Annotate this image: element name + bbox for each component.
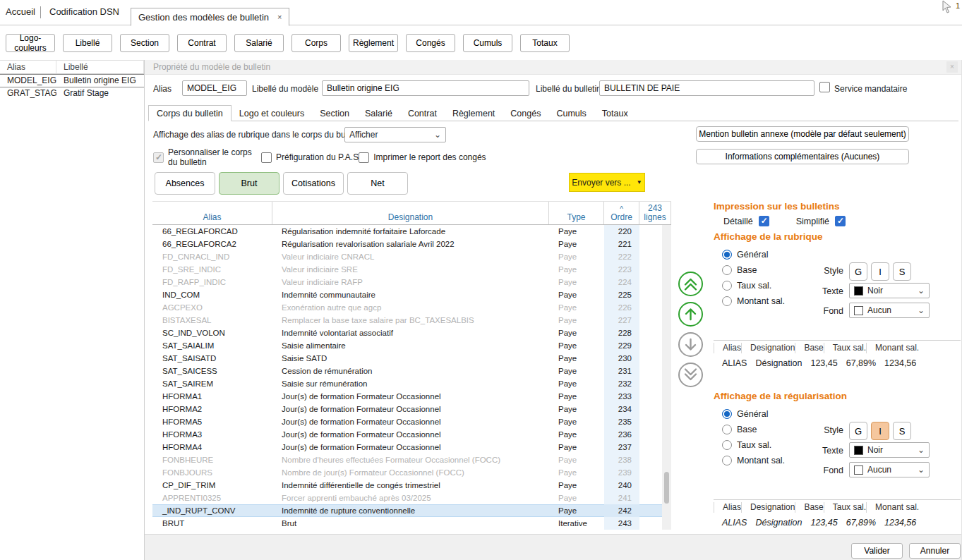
table-row[interactable]: 66_REGLAFORCA2 Régularisation revalorisa… — [152, 238, 662, 250]
alias-display-select[interactable]: Afficher ⌄ — [344, 127, 446, 142]
mention-annexe-button[interactable]: Mention bulletin annexe (modèle par défa… — [696, 126, 909, 142]
style-button[interactable]: S — [893, 262, 911, 281]
table-row[interactable]: SAT_SAIALIM Saisie alimentaire Paye 229 — [152, 339, 662, 352]
col-header-type[interactable]: Type — [549, 202, 604, 224]
move-top-button[interactable] — [678, 271, 704, 297]
table-row[interactable]: 66_REGLAFORCAD Régularisation indemnité … — [152, 225, 662, 238]
table-row[interactable]: HFORMA5 Jour(s) de formation Formateur O… — [152, 415, 662, 428]
table-scrollbar-thumb[interactable] — [664, 472, 669, 504]
table-row[interactable]: BRUT Brut Iterative 243 — [152, 517, 662, 530]
inner-tab[interactable]: Contrat — [400, 106, 445, 121]
inner-tabs: Corps du bulletinLogo et couleursSection… — [148, 105, 958, 121]
category-button[interactable]: Brut — [219, 172, 279, 195]
radio-button[interactable] — [722, 456, 732, 465]
inner-tab[interactable]: Section — [312, 106, 357, 121]
inner-tab[interactable]: Logo et couleurs — [232, 106, 312, 121]
style-button[interactable]: G — [849, 262, 867, 281]
service-mandataire-checkbox[interactable] — [819, 82, 830, 92]
radio-button[interactable] — [722, 281, 732, 291]
table-row[interactable]: FONBJOURS Nombre de jour(s) Formateur Oc… — [152, 466, 662, 479]
alias-input[interactable] — [182, 80, 247, 96]
move-up-button[interactable] — [678, 301, 704, 327]
toolbar-button[interactable]: Cumuls — [463, 34, 512, 52]
panel-close-icon[interactable]: × — [946, 61, 958, 73]
toolbar-button[interactable]: Logo-couleurs — [6, 34, 55, 52]
style-button[interactable]: I — [871, 262, 889, 281]
move-down-button[interactable] — [678, 331, 704, 358]
toolbar-button[interactable]: Règlement — [349, 34, 398, 52]
rubrique-texte-select[interactable]: Noir ⌄ — [849, 283, 930, 298]
table-row[interactable]: FD_CNRACL_IND Valeur indiciaire CNRACL P… — [152, 250, 662, 263]
category-button[interactable]: Cotisations — [283, 172, 344, 195]
close-tab-icon[interactable]: × — [277, 13, 282, 21]
annuler-button[interactable]: Annuler — [909, 543, 961, 559]
regularisation-fond-select[interactable]: Aucun ⌄ — [849, 462, 930, 477]
inner-tab[interactable]: Salarié — [357, 106, 400, 121]
toolbar-button[interactable]: Corps — [291, 34, 341, 52]
toolbar-button[interactable]: Congés — [406, 34, 455, 52]
libelle-modele-input[interactable] — [322, 80, 529, 96]
inner-tab[interactable]: Règlement — [445, 106, 503, 121]
move-bottom-button[interactable] — [678, 362, 704, 388]
impression-checkbox[interactable] — [759, 216, 769, 226]
table-row[interactable]: HFORMA3 Jour(s) de formation Formateur O… — [152, 428, 662, 441]
table-scrollbar[interactable] — [662, 225, 671, 530]
table-row[interactable]: AGCPEXO Exonération autre que agcp Paye … — [152, 301, 662, 314]
category-button[interactable]: Absences — [155, 172, 215, 195]
toolbar-button[interactable]: Salarié — [234, 34, 284, 52]
radio-button[interactable] — [722, 296, 732, 306]
table-row[interactable]: APPRENTI0325 Forcer apprenti embauché ap… — [152, 492, 662, 504]
toolbar-button[interactable]: Contrat — [177, 34, 227, 52]
radio-button[interactable] — [722, 409, 732, 419]
option-checkbox-item: Préfiguration du P.A.S — [261, 152, 359, 163]
table-row[interactable]: IND_COM Indemnité communautaire Paye 225 — [152, 288, 662, 301]
table-row[interactable]: BISTAXESAL Remplacer la base taxe salair… — [152, 314, 662, 327]
col-header-designation[interactable]: Designation — [272, 202, 549, 224]
col-header-ordre[interactable]: ^ Ordre — [604, 202, 639, 224]
table-row[interactable]: SAT_SAICESS Cession de rémunération Paye… — [152, 365, 662, 377]
inner-tab[interactable]: Cumuls — [548, 106, 594, 121]
option-checkbox[interactable] — [261, 152, 272, 163]
valider-button[interactable]: Valider — [851, 543, 903, 559]
model-list-row[interactable]: GRAT_STAGE Gratif Stage — [0, 87, 144, 100]
tab-accueil[interactable]: Accueil — [6, 6, 35, 17]
table-row[interactable]: HFORMA1 Jour(s) de formation Formateur O… — [152, 390, 662, 403]
table-row[interactable]: _IND_RUPT_CONV Indemnité de rupture conv… — [152, 504, 662, 517]
table-row[interactable]: HFORMA2 Jour(s) de formation Formateur O… — [152, 403, 662, 415]
model-list-row[interactable]: MODEL_EIG Bulletin origine EIG — [0, 74, 144, 87]
radio-button[interactable] — [722, 425, 732, 434]
table-row[interactable]: CP_DIF_TRIM Indemnité différentielle de … — [152, 479, 662, 492]
inner-tab[interactable]: Congés — [503, 106, 548, 121]
col-header-alias[interactable]: Alias — [152, 202, 272, 224]
style-button[interactable]: I — [871, 422, 889, 440]
tab-codification-dsn[interactable]: Codification DSN — [49, 6, 119, 17]
radio-button[interactable] — [722, 265, 732, 275]
toolbar-button[interactable]: Libellé — [63, 34, 112, 52]
inner-tab[interactable]: Totaux — [594, 106, 636, 121]
style-button[interactable]: S — [893, 422, 911, 440]
infos-complementaires-button[interactable]: Informations complémentaires (Aucunes) — [696, 149, 909, 164]
style-button[interactable]: G — [849, 422, 867, 440]
category-button[interactable]: Net — [347, 172, 408, 195]
rubrique-fond-select[interactable]: Aucun ⌄ — [849, 303, 930, 318]
table-row[interactable]: FD_SRE_INDIC Valeur indiciaire SRE Paye … — [152, 263, 662, 276]
envoyer-vers-button[interactable]: Envoyer vers ... ▼ — [569, 173, 645, 192]
table-row[interactable]: SC_IND_VOLON Indemnité volontariat assoc… — [152, 327, 662, 339]
impression-checkbox[interactable] — [835, 216, 846, 226]
radio-button[interactable] — [722, 440, 732, 450]
toolbar-button[interactable]: Totaux — [520, 34, 570, 52]
toolbar-button[interactable]: Section — [120, 34, 169, 52]
table-row[interactable]: SAT_SAISATD Saisie SATD Paye 230 — [152, 352, 662, 365]
libelle-bulletin-input[interactable] — [599, 80, 814, 96]
radio-label: Général — [737, 409, 768, 419]
table-row[interactable]: FD_RAFP_INDIC Valeur indiciaire RAFP Pay… — [152, 276, 662, 288]
regularisation-texte-select[interactable]: Noir ⌄ — [849, 442, 930, 458]
radio-button[interactable] — [722, 250, 732, 260]
option-checkbox[interactable] — [153, 152, 164, 163]
inner-tab[interactable]: Corps du bulletin — [148, 105, 232, 121]
table-row[interactable]: HFORMA4 Jour(s) de formation Formateur O… — [152, 441, 662, 454]
table-row[interactable]: FONBHEURE Nombre d'heures effectuées For… — [152, 454, 662, 466]
table-row[interactable]: SAT_SAIREM Saisie sur rémunération Paye … — [152, 377, 662, 390]
option-checkbox[interactable] — [359, 152, 369, 163]
tab-gestion-modeles[interactable]: Gestion des modèles de bulletin × — [131, 8, 289, 26]
